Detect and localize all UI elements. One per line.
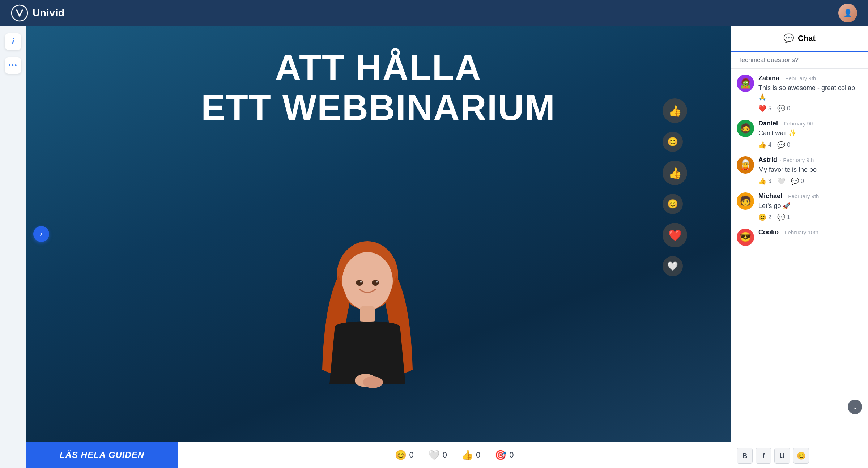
message-content-michael: Michael · February 9th Let's go 🚀 😊 2 💬 …	[758, 192, 862, 221]
like-reaction-astrid[interactable]: 👍 3	[758, 177, 771, 185]
info-button[interactable]: i	[5, 33, 21, 50]
info-icon: i	[12, 37, 14, 46]
chat-input-area: B I U 😊	[731, 443, 868, 468]
like-icon: 👍	[461, 450, 473, 461]
emoji-count-michael: 2	[768, 214, 771, 221]
emoji-picker-button[interactable]: 😊	[793, 448, 809, 464]
chat-messages: 🧟 Zabina · February 9th This is so aweso…	[731, 69, 868, 443]
comment-reaction-daniel[interactable]: 💬 0	[777, 141, 790, 149]
svg-point-7	[376, 281, 378, 283]
comment-reaction-michael[interactable]: 💬 1	[777, 213, 790, 221]
target-count: 0	[509, 450, 514, 460]
heart-icon-zabina: ❤️	[758, 105, 766, 112]
reaction-bubble-thumbsup-mid[interactable]: 👍	[663, 161, 687, 185]
like-icon-daniel: 👍	[758, 141, 766, 149]
italic-icon: I	[762, 452, 765, 460]
message-content-zabina: Zabina · February 9th This is so awesome…	[758, 75, 862, 112]
reaction-bubble-smile-1[interactable]: 😊	[663, 132, 683, 152]
target-reaction[interactable]: 🎯 0	[495, 450, 514, 461]
svg-point-0	[12, 5, 27, 21]
like-reaction[interactable]: 👍 0	[461, 450, 480, 461]
msg-reactions-astrid: 👍 3 🤍 💬 0	[758, 177, 862, 185]
heart-reaction-zabina[interactable]: ❤️ 5	[758, 105, 771, 112]
scroll-down-icon: ⌄	[852, 403, 858, 411]
heart-reaction[interactable]: 🤍 0	[428, 450, 447, 461]
cta-label: LÄS HELA GUIDEN	[60, 450, 144, 460]
comment-count-michael: 1	[787, 214, 790, 221]
heart-count-zabina: 5	[768, 105, 771, 112]
underline-icon: U	[780, 452, 785, 460]
heart-count: 0	[443, 450, 447, 460]
comment-reaction-zabina[interactable]: 💬 0	[777, 105, 790, 112]
logo-text: Univid	[33, 7, 65, 19]
msg-header-coolio: Coolio · February 10th	[758, 229, 862, 236]
chat-tab-label: Chat	[798, 34, 816, 43]
like-count-astrid: 3	[768, 178, 771, 184]
message-content-daniel: Daniel · February 9th Can't wait ✨ 👍 4 💬…	[758, 120, 862, 149]
heart-reaction-astrid[interactable]: 🤍	[777, 177, 785, 185]
expand-video-button[interactable]: ›	[33, 226, 49, 242]
chat-tab-icon: 💬	[783, 33, 794, 43]
avatar-initial: 👤	[843, 9, 852, 17]
message-coolio: 😎 Coolio · February 10th	[737, 229, 862, 246]
svg-point-6	[360, 281, 362, 283]
reaction-bubble-heart-1[interactable]: ❤️	[663, 223, 687, 247]
avatar-astrid: 🧝	[737, 156, 754, 174]
msg-header-michael: Michael · February 9th	[758, 192, 862, 200]
target-icon: 🎯	[495, 450, 506, 461]
message-michael: 🧑 Michael · February 9th Let's go 🚀 😊 2	[737, 192, 862, 221]
bold-button[interactable]: B	[737, 448, 753, 464]
avatar-zabina: 🧟	[737, 75, 754, 92]
chat-header-tabs: 💬 Chat	[731, 26, 868, 52]
emoji-reaction-michael[interactable]: 😊 2	[758, 213, 771, 221]
header-avatar[interactable]: 👤	[838, 4, 857, 22]
heart-icon-astrid: 🤍	[777, 177, 785, 185]
comment-count-daniel: 0	[787, 142, 790, 148]
comment-icon-daniel: 💬	[777, 141, 785, 149]
emoji-reaction[interactable]: 😊 0	[395, 450, 414, 461]
reaction-bubble-thumbsup-top[interactable]: 👍	[663, 98, 687, 123]
comment-reaction-astrid[interactable]: 💬 0	[791, 177, 804, 185]
underline-button[interactable]: U	[774, 448, 790, 464]
bold-icon: B	[742, 452, 747, 460]
message-daniel: 🧔 Daniel · February 9th Can't wait ✨ 👍 4	[737, 120, 862, 149]
more-options-button[interactable]: •••	[5, 57, 21, 74]
msg-name-coolio: Coolio	[758, 229, 779, 236]
logo-area: Univid	[11, 4, 65, 22]
message-content-astrid: Astrid · February 9th My favorite is the…	[758, 156, 862, 185]
avatar-daniel: 🧔	[737, 120, 754, 137]
msg-header-daniel: Daniel · February 9th	[758, 120, 862, 127]
svg-point-9	[363, 376, 383, 388]
msg-date-coolio: · February 10th	[782, 229, 818, 235]
reaction-bubble-smile-2[interactable]: 😊	[663, 194, 683, 214]
message-zabina: 🧟 Zabina · February 9th This is so aweso…	[737, 75, 862, 112]
like-count: 0	[476, 450, 480, 460]
msg-date-zabina: · February 9th	[782, 75, 816, 81]
reaction-bubble-heart-2[interactable]: 🤍	[663, 256, 683, 276]
chat-tab[interactable]: 💬 Chat	[731, 26, 868, 52]
emoji-icon: 😊	[395, 450, 407, 461]
msg-date-daniel: · February 9th	[781, 120, 814, 127]
svg-rect-3	[360, 306, 375, 323]
video-container: › ATT HÅLLA ETT WEBBINARIUM	[26, 26, 731, 468]
comment-icon-astrid: 💬	[791, 177, 799, 185]
msg-name-michael: Michael	[758, 192, 782, 200]
avatar-coolio: 😎	[737, 229, 754, 246]
reactions-bar: 😊 0 🤍 0 👍 0 🎯 0	[178, 442, 731, 468]
italic-button[interactable]: I	[756, 448, 771, 464]
cta-button[interactable]: LÄS HELA GUIDEN	[26, 442, 178, 468]
msg-header-zabina: Zabina · February 9th	[758, 75, 862, 82]
dots-icon: •••	[9, 62, 18, 69]
emoji-icon-michael: 😊	[758, 213, 766, 221]
like-reaction-daniel[interactable]: 👍 4	[758, 141, 771, 149]
heart-icon: 🤍	[428, 450, 440, 461]
msg-name-astrid: Astrid	[758, 156, 777, 164]
msg-text-astrid: My favorite is the po	[758, 165, 862, 174]
emoji-picker-icon: 😊	[797, 451, 806, 460]
scroll-to-bottom-button[interactable]: ⌄	[848, 400, 862, 414]
main-area: i ••• › ATT HÅLLA ETT WEBBINARIUM	[0, 26, 868, 468]
presenter-image	[302, 232, 433, 406]
msg-reactions-zabina: ❤️ 5 💬 0	[758, 105, 862, 112]
like-count-daniel: 4	[768, 142, 771, 148]
video-main: › ATT HÅLLA ETT WEBBINARIUM	[26, 26, 731, 442]
